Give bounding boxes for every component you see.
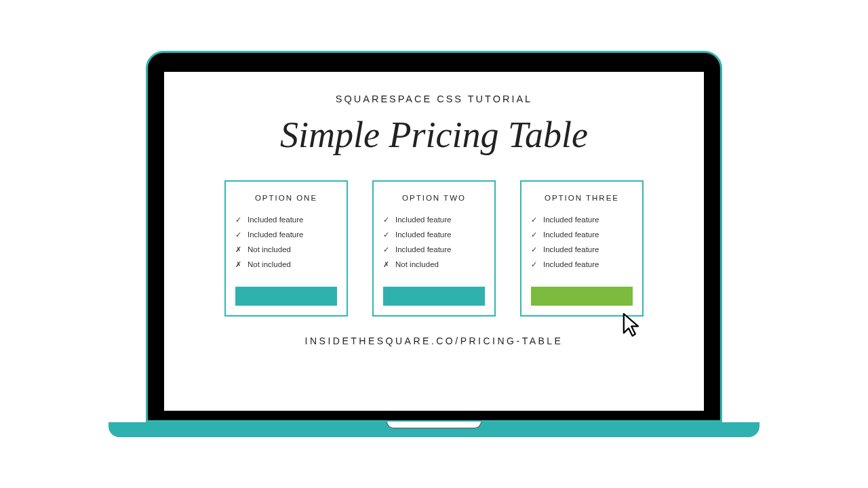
feature-list: ✓Included feature ✓Included feature ✓Inc…: [383, 213, 485, 272]
feature-text: Included feature: [248, 213, 303, 228]
feature-item: ✗Not included: [383, 258, 485, 272]
pricing-cards-row: OPTION ONE ✓Included feature ✓Included f…: [189, 180, 679, 317]
feature-text: Not included: [395, 258, 439, 272]
feature-text: Not included: [248, 258, 291, 272]
check-icon: ✓: [235, 228, 245, 242]
card-title: OPTION ONE: [235, 194, 337, 202]
feature-list: ✓Included feature ✓Included feature ✗Not…: [235, 213, 337, 272]
feature-list: ✓Included feature ✓Included feature ✓Inc…: [531, 213, 633, 272]
x-icon: ✗: [235, 258, 245, 272]
eyebrow-text: SQUARESPACE CSS TUTORIAL: [336, 94, 532, 104]
laptop-bezel: SQUARESPACE CSS TUTORIAL Simple Pricing …: [146, 51, 722, 422]
feature-item: ✓Included feature: [531, 258, 633, 272]
feature-text: Included feature: [543, 258, 599, 272]
feature-item: ✓Included feature: [531, 213, 633, 228]
x-icon: ✗: [383, 258, 393, 272]
pricing-card-option-two: OPTION TWO ✓Included feature ✓Included f…: [372, 180, 496, 317]
feature-item: ✗Not included: [235, 258, 337, 272]
select-plan-button[interactable]: [383, 287, 485, 306]
feature-item: ✓Included feature: [235, 213, 337, 228]
feature-item: ✓Included feature: [383, 213, 485, 228]
page-title: Simple Pricing Table: [280, 114, 588, 156]
laptop-mockup: SQUARESPACE CSS TUTORIAL Simple Pricing …: [108, 51, 760, 437]
feature-text: Included feature: [395, 228, 451, 243]
feature-item: ✓Included feature: [383, 228, 485, 243]
feature-text: Included feature: [248, 228, 303, 243]
select-plan-button[interactable]: [235, 287, 337, 306]
select-plan-button[interactable]: [531, 287, 633, 306]
pricing-card-option-one: OPTION ONE ✓Included feature ✓Included f…: [224, 180, 348, 317]
cursor-icon: [622, 312, 645, 339]
check-icon: ✓: [531, 213, 540, 227]
check-icon: ✓: [383, 213, 393, 227]
footer-link-text: INSIDETHESQUARE.CO/PRICING-TABLE: [305, 336, 564, 346]
feature-text: Included feature: [543, 213, 599, 228]
check-icon: ✓: [383, 243, 393, 257]
feature-text: Included feature: [395, 243, 451, 258]
check-icon: ✓: [235, 213, 245, 227]
feature-text: Included feature: [543, 243, 599, 258]
feature-item: ✓Included feature: [531, 228, 633, 243]
feature-item: ✗Not included: [235, 243, 337, 258]
check-icon: ✓: [531, 258, 540, 272]
card-title: OPTION TWO: [383, 194, 485, 202]
laptop-base: [108, 422, 760, 437]
feature-item: ✓Included feature: [531, 243, 633, 258]
check-icon: ✓: [531, 243, 540, 257]
feature-item: ✓Included feature: [383, 243, 485, 258]
x-icon: ✗: [235, 243, 245, 257]
check-icon: ✓: [531, 228, 540, 242]
card-title: OPTION THREE: [531, 194, 633, 202]
feature-text: Included feature: [543, 228, 599, 243]
pricing-card-option-three: OPTION THREE ✓Included feature ✓Included…: [520, 180, 644, 317]
feature-item: ✓Included feature: [235, 228, 337, 243]
laptop-trackpad-notch: [387, 422, 481, 428]
screen-content: SQUARESPACE CSS TUTORIAL Simple Pricing …: [164, 72, 704, 411]
feature-text: Included feature: [395, 213, 451, 228]
feature-text: Not included: [248, 243, 291, 258]
check-icon: ✓: [383, 228, 393, 242]
